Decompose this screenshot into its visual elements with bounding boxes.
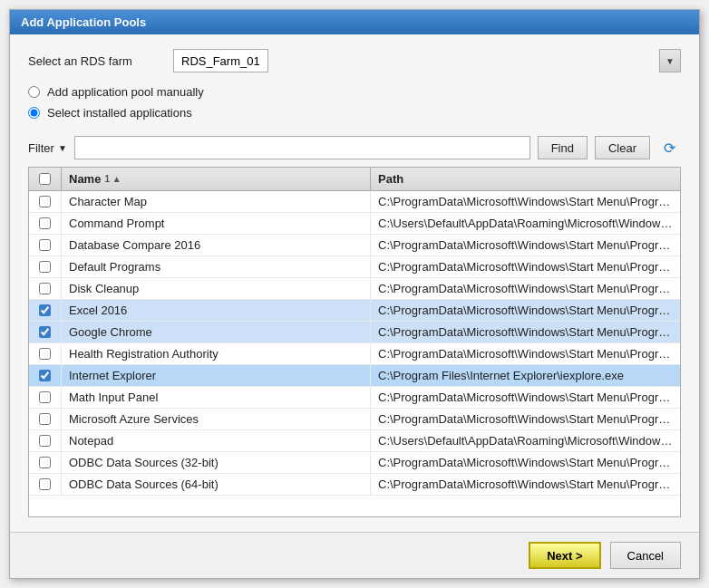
row-checkbox[interactable] xyxy=(39,261,51,273)
table-row[interactable]: Health Registration AuthorityC:\ProgramD… xyxy=(29,343,680,365)
radio-manual-label[interactable]: Add application pool manually xyxy=(47,85,204,99)
select-all-checkbox[interactable] xyxy=(39,173,51,185)
row-checkbox-cell xyxy=(29,474,62,495)
table-row[interactable]: Google ChromeC:\ProgramData\Microsoft\Wi… xyxy=(29,322,680,343)
table-row[interactable]: ODBC Data Sources (64-bit)C:\ProgramData… xyxy=(29,474,680,496)
row-checkbox-cell xyxy=(29,300,62,321)
row-checkbox[interactable] xyxy=(39,196,51,207)
filter-dropdown-icon: ▼ xyxy=(58,143,67,153)
applications-table: Name 1 ▲ Path Character MapC:\ProgramDat… xyxy=(28,167,681,517)
row-checkbox-cell xyxy=(29,191,62,212)
row-checkbox[interactable] xyxy=(39,239,51,251)
table-body[interactable]: Character MapC:\ProgramData\Microsoft\Wi… xyxy=(29,191,680,516)
row-checkbox-cell xyxy=(29,343,62,364)
row-path: C:\Program Files\Internet Explorer\iexpl… xyxy=(371,365,680,386)
dialog-footer: Next > Cancel xyxy=(10,532,699,578)
row-path: C:\Users\Default\AppData\Roaming\Microso… xyxy=(371,430,680,451)
row-name: ODBC Data Sources (64-bit) xyxy=(62,474,371,495)
row-checkbox[interactable] xyxy=(39,370,51,381)
dialog-title: Add Application Pools xyxy=(21,15,146,29)
table-header: Name 1 ▲ Path xyxy=(29,168,680,191)
row-checkbox-cell xyxy=(29,430,62,451)
farm-row: Select an RDS farm RDS_Farm_01 ▼ xyxy=(28,49,681,72)
header-checkbox-cell xyxy=(29,168,62,190)
farm-dropdown-wrapper: RDS_Farm_01 ▼ xyxy=(173,49,681,72)
row-checkbox[interactable] xyxy=(39,348,51,360)
row-name: Internet Explorer xyxy=(62,365,371,386)
radio-manual-item: Add application pool manually xyxy=(28,85,681,99)
row-path: C:\Users\Default\AppData\Roaming\Microso… xyxy=(371,213,680,234)
find-button[interactable]: Find xyxy=(538,136,588,159)
header-name[interactable]: Name 1 ▲ xyxy=(62,168,371,190)
filter-text: Filter xyxy=(28,141,54,155)
row-name: Excel 2016 xyxy=(62,300,371,321)
row-checkbox-cell xyxy=(29,452,62,473)
table-row[interactable]: Character MapC:\ProgramData\Microsoft\Wi… xyxy=(29,191,680,213)
row-checkbox[interactable] xyxy=(39,217,51,229)
table-row[interactable]: Database Compare 2016C:\ProgramData\Micr… xyxy=(29,235,680,256)
row-path: C:\ProgramData\Microsoft\Windows\Start M… xyxy=(371,235,680,255)
row-checkbox-cell xyxy=(29,322,62,342)
row-checkbox[interactable] xyxy=(39,413,51,425)
radio-installed-label[interactable]: Select installed applications xyxy=(47,106,192,120)
filter-input[interactable] xyxy=(74,136,530,159)
table-row[interactable]: Default ProgramsC:\ProgramData\Microsoft… xyxy=(29,256,680,278)
radio-installed-item: Select installed applications xyxy=(28,106,681,120)
row-name: Notepad xyxy=(62,430,371,451)
row-name: Database Compare 2016 xyxy=(62,235,371,255)
row-checkbox-cell xyxy=(29,387,62,408)
table-row[interactable]: Math Input PanelC:\ProgramData\Microsoft… xyxy=(29,387,680,409)
row-checkbox-cell xyxy=(29,409,62,429)
row-name: Google Chrome xyxy=(62,322,371,342)
row-path: C:\ProgramData\Microsoft\Windows\Start M… xyxy=(371,409,680,429)
row-name: ODBC Data Sources (32-bit) xyxy=(62,452,371,473)
row-path: C:\ProgramData\Microsoft\Windows\Start M… xyxy=(371,278,680,299)
filter-label[interactable]: Filter ▼ xyxy=(28,141,67,155)
table-row[interactable]: Internet ExplorerC:\Program Files\Intern… xyxy=(29,365,680,387)
row-name: Disk Cleanup xyxy=(62,278,371,299)
row-name: Command Prompt xyxy=(62,213,371,234)
farm-select[interactable]: RDS_Farm_01 xyxy=(173,49,268,72)
row-checkbox-cell xyxy=(29,235,62,255)
table-row[interactable]: Disk CleanupC:\ProgramData\Microsoft\Win… xyxy=(29,278,680,300)
farm-dropdown-arrow[interactable]: ▼ xyxy=(659,49,681,72)
next-button[interactable]: Next > xyxy=(529,542,600,569)
row-checkbox[interactable] xyxy=(39,457,51,468)
refresh-icon[interactable]: ⟳ xyxy=(657,136,681,159)
row-name: Math Input Panel xyxy=(62,387,371,408)
row-path: C:\ProgramData\Microsoft\Windows\Start M… xyxy=(371,343,680,364)
clear-button[interactable]: Clear xyxy=(595,136,650,159)
radio-manual[interactable] xyxy=(28,86,40,98)
table-row[interactable]: ODBC Data Sources (32-bit)C:\ProgramData… xyxy=(29,452,680,474)
table-row[interactable]: Microsoft Azure ServicesC:\ProgramData\M… xyxy=(29,409,680,430)
cancel-button[interactable]: Cancel xyxy=(610,542,681,569)
row-path: C:\ProgramData\Microsoft\Windows\Start M… xyxy=(371,191,680,212)
row-checkbox[interactable] xyxy=(39,304,51,316)
filter-row: Filter ▼ Find Clear ⟳ xyxy=(28,136,681,159)
row-checkbox-cell xyxy=(29,256,62,277)
table-row[interactable]: NotepadC:\Users\Default\AppData\Roaming\… xyxy=(29,430,680,452)
dialog-title-bar: Add Application Pools xyxy=(10,10,699,34)
row-path: C:\ProgramData\Microsoft\Windows\Start M… xyxy=(371,474,680,495)
row-name: Health Registration Authority xyxy=(62,343,371,364)
row-path: C:\ProgramData\Microsoft\Windows\Start M… xyxy=(371,300,680,321)
row-checkbox[interactable] xyxy=(39,391,51,403)
row-checkbox[interactable] xyxy=(39,478,51,490)
row-checkbox-cell xyxy=(29,213,62,234)
row-checkbox[interactable] xyxy=(39,435,51,447)
table-row[interactable]: Excel 2016C:\ProgramData\Microsoft\Windo… xyxy=(29,300,680,322)
row-checkbox-cell xyxy=(29,278,62,299)
row-name: Microsoft Azure Services xyxy=(62,409,371,429)
row-path: C:\ProgramData\Microsoft\Windows\Start M… xyxy=(371,387,680,408)
row-checkbox[interactable] xyxy=(39,283,51,294)
row-checkbox-cell xyxy=(29,365,62,386)
farm-label: Select an RDS farm xyxy=(28,54,173,68)
sort-indicator: 1 ▲ xyxy=(104,174,121,184)
row-checkbox[interactable] xyxy=(39,326,51,338)
table-row[interactable]: Command PromptC:\Users\Default\AppData\R… xyxy=(29,213,680,235)
radio-installed[interactable] xyxy=(28,107,40,119)
row-name: Default Programs xyxy=(62,256,371,277)
add-application-pools-dialog: Add Application Pools Select an RDS farm… xyxy=(9,9,700,579)
radio-group: Add application pool manually Select ins… xyxy=(28,85,681,120)
dialog-content: Select an RDS farm RDS_Farm_01 ▼ Add app… xyxy=(10,34,699,532)
